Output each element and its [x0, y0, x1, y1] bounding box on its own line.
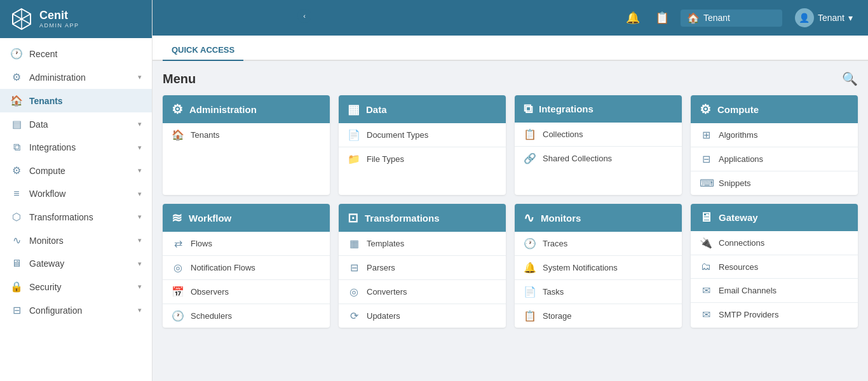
chevron-icon: ▾ [138, 260, 142, 268]
sidebar-item-integrations[interactable]: ⧉ Integrations ▾ [0, 136, 152, 159]
card-item-templates[interactable]: ▦ Templates [339, 232, 506, 256]
card-item-storage[interactable]: 📋 Storage [515, 304, 682, 328]
sidebar-item-left: ▤ Data [10, 118, 48, 130]
card-item-label: Resources [719, 262, 758, 272]
sidebar-item-label: Workflow [29, 189, 65, 199]
card-item-observers[interactable]: 📅 Observers [163, 280, 330, 304]
card-item-tenants[interactable]: 🏠 Tenants [163, 123, 330, 147]
chevron-icon: ▾ [138, 120, 142, 128]
card-header-title: Monitors [541, 213, 581, 224]
sidebar-item-administration[interactable]: ⚙ Administration ▾ [0, 65, 152, 89]
card-item-notification-flows[interactable]: ◎ Notification Flows [163, 256, 330, 280]
card-item-label: File Types [367, 154, 404, 164]
sidebar-item-recent[interactable]: 🕐 Recent [0, 42, 152, 65]
card-item-label: Tenants [191, 130, 220, 140]
card-header-title: Administration [189, 104, 257, 115]
card-item-shared-collections[interactable]: 🔗 Shared Collections [515, 147, 682, 170]
card-header-monitors[interactable]: ∿ Monitors [515, 204, 682, 232]
sidebar-item-configuration[interactable]: ⊟ Configuration ▾ [0, 298, 152, 322]
workflow-header-icon: ≋ [172, 210, 182, 225]
card-item-traces[interactable]: 🕐 Traces [515, 232, 682, 256]
card-item-system-notifications[interactable]: 🔔 System Notifications [515, 256, 682, 280]
notifications-button[interactable]: 🔔 [622, 8, 644, 27]
card-item-file-types[interactable]: 📁 File Types [339, 147, 506, 171]
resources-icon: 🗂 [700, 261, 712, 272]
card-item-collections[interactable]: 📋 Collections [515, 123, 682, 147]
sidebar-item-label: Configuration [29, 305, 82, 316]
sidebar-item-left: ⚙ Compute [10, 164, 65, 177]
sidebar-item-left: ⬡ Transformations [10, 211, 93, 223]
card-item-label: Converters [367, 287, 407, 297]
gateway-nav-icon: 🖥 [10, 258, 23, 269]
sidebar-item-label: Gateway [29, 258, 64, 269]
bell-icon: 🔔 [626, 11, 640, 25]
card-item-snippets[interactable]: ⌨ Snippets [691, 171, 858, 195]
card-item-resources[interactable]: 🗂 Resources [691, 255, 858, 279]
sidebar-item-label: Tenants [29, 96, 63, 106]
docs-button[interactable]: 📋 [651, 8, 673, 27]
updaters-icon: ⟳ [348, 310, 360, 322]
page-header: 🔔 📋 🏠 Tenant 👤 Tenant ▾ [153, 0, 868, 36]
sidebar-item-transformations[interactable]: ⬡ Transformations ▾ [0, 205, 152, 229]
storage-icon: 📋 [524, 310, 536, 322]
card-item-schedulers[interactable]: 🕐 Schedulers [163, 304, 330, 328]
card-header-integrations[interactable]: ⧉ Integrations [515, 95, 682, 123]
card-item-applications[interactable]: ⊟ Applications [691, 147, 858, 171]
sidebar-item-security[interactable]: 🔒 Security ▾ [0, 275, 152, 298]
card-item-connections[interactable]: 🔌 Connections [691, 231, 858, 255]
card-item-email-channels[interactable]: ✉ Email Channels [691, 279, 858, 303]
card-item-label: Algorithms [719, 130, 757, 140]
card-item-smtp-providers[interactable]: ✉ SMTP Providers [691, 303, 858, 326]
sidebar-item-tenants[interactable]: 🏠 Tenants [0, 89, 152, 112]
sidebar-collapse-button[interactable]: ‹ [297, 9, 311, 23]
menu-card-compute: ⚙ Compute ⊞ Algorithms ⊟ Applications ⌨ … [691, 95, 858, 195]
compute-nav-icon: ⚙ [10, 164, 23, 177]
tenant-selector[interactable]: 🏠 Tenant [681, 10, 782, 27]
card-header-gateway[interactable]: 🖥 Gateway [691, 204, 858, 231]
card-item-tasks[interactable]: 📄 Tasks [515, 280, 682, 304]
card-header-data[interactable]: ▦ Data [339, 95, 506, 123]
content-area: Menu 🔍 ⚙ Administration 🏠 Tenants ▦ Data… [153, 61, 868, 381]
card-header-transformations[interactable]: ⊡ Transformations [339, 204, 506, 232]
tabs-bar: QUICK ACCESS [153, 36, 868, 61]
sidebar-item-compute[interactable]: ⚙ Compute ▾ [0, 159, 152, 182]
user-menu-button[interactable]: 👤 Tenant ▾ [790, 6, 858, 30]
sidebar-item-gateway[interactable]: 🖥 Gateway ▾ [0, 252, 152, 275]
card-body-data: 📄 Document Types 📁 File Types [339, 123, 506, 171]
sidebar-item-data[interactable]: ▤ Data ▾ [0, 112, 152, 136]
card-item-algorithms[interactable]: ⊞ Algorithms [691, 123, 858, 147]
administration-nav-icon: ⚙ [10, 71, 23, 83]
chevron-icon: ▾ [138, 166, 142, 175]
card-body-workflow: ⇄ Flows ◎ Notification Flows 📅 Observers… [163, 232, 330, 328]
smtp-providers-icon: ✉ [700, 309, 712, 321]
data-nav-icon: ▤ [10, 118, 23, 130]
card-item-updaters[interactable]: ⟳ Updaters [339, 304, 506, 328]
traces-icon: 🕐 [524, 237, 536, 250]
card-header-workflow[interactable]: ≋ Workflow [163, 204, 330, 232]
card-header-title: Integrations [539, 104, 593, 114]
card-item-document-types[interactable]: 📄 Document Types [339, 123, 506, 147]
card-item-label: Connections [719, 238, 764, 248]
card-header-administration[interactable]: ⚙ Administration [163, 95, 330, 123]
card-item-flows[interactable]: ⇄ Flows [163, 232, 330, 256]
tenant-label: Tenant [703, 13, 730, 23]
card-item-label: Shared Collections [543, 154, 612, 163]
card-item-label: Storage [543, 311, 572, 321]
security-nav-icon: 🔒 [10, 281, 23, 293]
sidebar-item-workflow[interactable]: ≡ Workflow ▾ [0, 182, 152, 205]
logo-icon [10, 8, 33, 30]
search-button[interactable]: 🔍 [842, 71, 858, 86]
tab-quick-access[interactable]: QUICK ACCESS [163, 40, 243, 61]
card-item-parsers[interactable]: ⊟ Parsers [339, 256, 506, 280]
card-header-compute[interactable]: ⚙ Compute [691, 95, 858, 123]
sidebar-item-left: ∿ Monitors [10, 234, 64, 246]
card-item-label: Tasks [543, 287, 564, 297]
card-item-converters[interactable]: ◎ Converters [339, 280, 506, 304]
shared-collections-icon: 🔗 [524, 152, 536, 164]
sidebar-item-left: 🕐 Recent [10, 48, 57, 60]
monitors-header-icon: ∿ [524, 210, 534, 225]
sidebar-item-label: Security [29, 282, 62, 292]
sidebar-item-monitors[interactable]: ∿ Monitors ▾ [0, 229, 152, 252]
integrations-header-icon: ⧉ [524, 102, 532, 116]
app-subtitle: ADMIN APP [39, 22, 79, 29]
